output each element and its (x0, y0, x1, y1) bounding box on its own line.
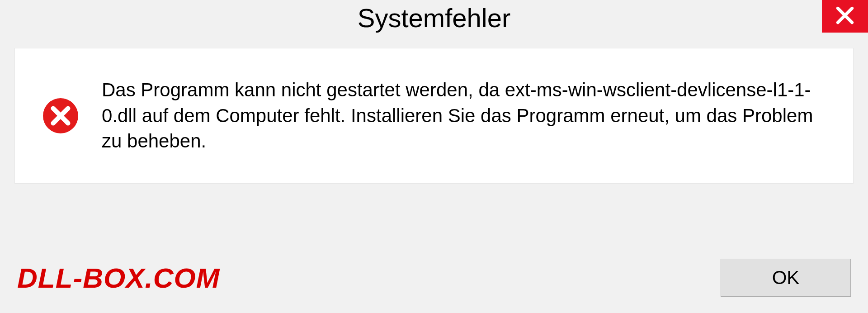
error-message: Das Programm kann nicht gestartet werden… (102, 77, 826, 154)
watermark-text: DLL-BOX.COM (17, 262, 220, 294)
close-button[interactable] (822, 0, 868, 33)
error-icon (42, 97, 79, 134)
titlebar: Systemfehler (0, 0, 868, 35)
dialog-content: Das Programm kann nicht gestartet werden… (14, 48, 854, 184)
ok-button[interactable]: OK (721, 259, 851, 297)
dialog-footer: DLL-BOX.COM OK (0, 259, 868, 297)
close-icon (835, 6, 854, 27)
dialog-title: Systemfehler (358, 3, 510, 33)
